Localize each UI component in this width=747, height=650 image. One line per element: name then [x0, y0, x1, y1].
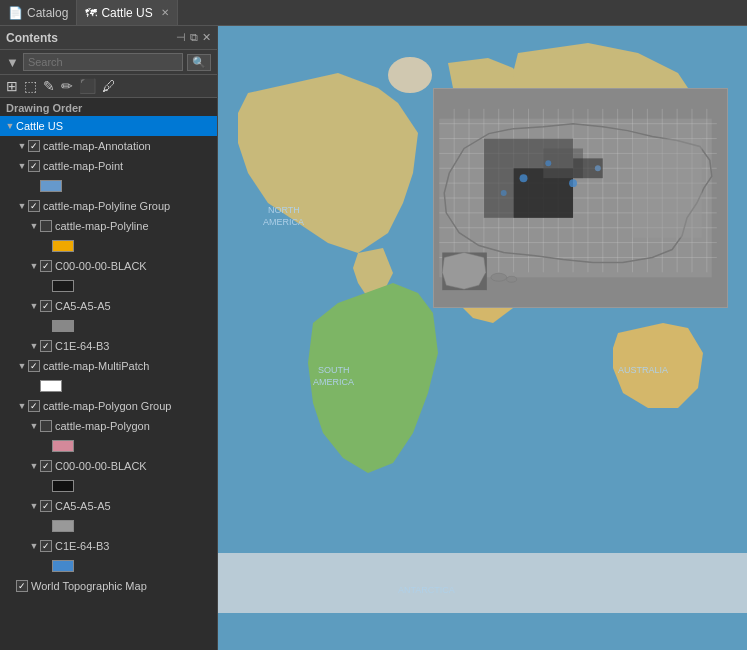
search-bar: ▼ 🔍	[0, 50, 217, 75]
checkbox-multipatch[interactable]	[28, 360, 40, 372]
panel-close-button[interactable]: ✕	[202, 31, 211, 44]
c00-swatch	[52, 280, 74, 292]
point-label: cattle-map-Point	[43, 160, 123, 172]
layer-cattle-polygon[interactable]: ▼ cattle-map-Polygon	[24, 416, 217, 436]
add-layer-icon[interactable]: ⊞	[6, 78, 18, 94]
tab-cattle-us-label: Cattle US	[101, 6, 152, 20]
polygon-group-label: cattle-map-Polygon Group	[43, 400, 171, 412]
layer-cattle-annotation[interactable]: ▼ cattle-map-Annotation	[12, 136, 217, 156]
svg-text:SOUTH: SOUTH	[318, 365, 350, 375]
expand-point[interactable]: ▼	[16, 161, 28, 171]
panel-pin-button[interactable]: ⊣	[176, 31, 186, 44]
layer-c1e-b3-2[interactable]: ▼ C1E-64-B3	[24, 536, 217, 556]
multipatch-label: cattle-map-MultiPatch	[43, 360, 149, 372]
expand-multipatch[interactable]: ▼	[16, 361, 28, 371]
svg-point-57	[545, 160, 551, 166]
svg-point-59	[569, 179, 577, 187]
svg-text:ANTARCTICA: ANTARCTICA	[398, 585, 455, 595]
rendering-icon[interactable]: 🖊	[102, 78, 116, 94]
expand-ca5-2[interactable]: ▼	[28, 501, 40, 511]
c00-2-label: C00-00-00-BLACK	[55, 460, 147, 472]
tab-catalog[interactable]: 📄 Catalog	[0, 0, 77, 25]
drawing-order-label: Drawing Order	[0, 98, 217, 116]
us-cattle-svg	[434, 89, 727, 307]
tab-close-button[interactable]: ✕	[161, 7, 169, 18]
svg-point-58	[501, 190, 507, 196]
checkbox-polygon-group[interactable]	[28, 400, 40, 412]
ca5-2-label: CA5-A5-A5	[55, 500, 111, 512]
polygon-swatch-row	[36, 436, 217, 456]
group-layer-icon[interactable]: ⬚	[24, 78, 37, 94]
expand-c00[interactable]: ▼	[28, 261, 40, 271]
svg-text:AUSTRALIA: AUSTRALIA	[618, 365, 668, 375]
panel-controls: ⊣ ⧉ ✕	[176, 31, 211, 44]
symbology-icon[interactable]: ✎	[43, 78, 55, 94]
layer-cattle-point[interactable]: ▼ cattle-map-Point	[12, 156, 217, 176]
layer-ca5-a5-2[interactable]: ▼ CA5-A5-A5	[24, 496, 217, 516]
panel-title: Contents	[6, 31, 58, 45]
svg-marker-62	[442, 253, 486, 290]
c1e-2-label: C1E-64-B3	[55, 540, 109, 552]
svg-point-64	[507, 276, 517, 282]
checkbox-annotation[interactable]	[28, 140, 40, 152]
checkbox-ca5[interactable]	[40, 300, 52, 312]
checkbox-polygon[interactable]	[40, 420, 52, 432]
edit-icon[interactable]: ✏	[61, 78, 73, 94]
expand-annotation[interactable]: ▼	[16, 141, 28, 151]
labeling-icon[interactable]: ⬛	[79, 78, 96, 94]
checkbox-c1e-2[interactable]	[40, 540, 52, 552]
svg-rect-9	[218, 553, 747, 613]
layer-ca5-a5[interactable]: ▼ CA5-A5-A5	[24, 296, 217, 316]
layer-cattle-polyline[interactable]: ▼ cattle-map-Polyline	[24, 216, 217, 236]
layer-world-topo[interactable]: World Topographic Map	[0, 576, 217, 596]
checkbox-c00[interactable]	[40, 260, 52, 272]
polygon-swatch	[52, 440, 74, 452]
c00-label: C00-00-00-BLACK	[55, 260, 147, 272]
expand-polyline-group[interactable]: ▼	[16, 201, 28, 211]
cattle-us-label: Cattle US	[16, 120, 63, 132]
expand-c1e-2[interactable]: ▼	[28, 541, 40, 551]
expand-ca5[interactable]: ▼	[28, 301, 40, 311]
checkbox-point[interactable]	[28, 160, 40, 172]
layer-cattle-multipatch[interactable]: ▼ cattle-map-MultiPatch	[12, 356, 217, 376]
checkbox-ca5-2[interactable]	[40, 500, 52, 512]
search-go-button[interactable]: 🔍	[187, 54, 211, 71]
ca5-swatch-row	[36, 316, 217, 336]
point-swatch-row	[24, 176, 217, 196]
polygon-label: cattle-map-Polygon	[55, 420, 150, 432]
tab-bar: 📄 Catalog 🗺 Cattle US ✕	[0, 0, 747, 26]
layer-c00-black[interactable]: ▼ C00-00-00-BLACK	[24, 256, 217, 276]
search-input[interactable]	[23, 53, 183, 71]
layer-toolbar: ⊞ ⬚ ✎ ✏ ⬛ 🖊	[0, 75, 217, 98]
expand-cattle-us[interactable]: ▼	[4, 121, 16, 131]
c1e-swatch-row	[36, 556, 217, 576]
layer-cattle-polyline-group[interactable]: ▼ cattle-map-Polyline Group	[12, 196, 217, 216]
svg-rect-55	[633, 139, 702, 238]
polyline-swatch-row	[36, 236, 217, 256]
svg-point-19	[388, 57, 432, 93]
panel-undock-button[interactable]: ⧉	[190, 31, 198, 44]
layer-cattle-polygon-group[interactable]: ▼ cattle-map-Polygon Group	[12, 396, 217, 416]
polyline-group-label: cattle-map-Polyline Group	[43, 200, 170, 212]
layer-c1e-b3[interactable]: ▼ C1E-64-B3	[24, 336, 217, 356]
checkbox-c1e[interactable]	[40, 340, 52, 352]
ca5-swatch	[52, 320, 74, 332]
polyline-swatch	[52, 240, 74, 252]
expand-polygon-group[interactable]: ▼	[16, 401, 28, 411]
main-layout: Contents ⊣ ⧉ ✕ ▼ 🔍 ⊞ ⬚ ✎ ✏ ⬛ 🖊 Drawing O…	[0, 26, 747, 650]
expand-c00-2[interactable]: ▼	[28, 461, 40, 471]
svg-text:AMERICA: AMERICA	[263, 217, 304, 227]
tab-cattle-us[interactable]: 🗺 Cattle US ✕	[77, 0, 177, 25]
expand-c1e[interactable]: ▼	[28, 341, 40, 351]
expand-polyline[interactable]: ▼	[28, 221, 40, 231]
layer-cattle-us-root[interactable]: ▼ Cattle US	[0, 116, 217, 136]
c1e-label: C1E-64-B3	[55, 340, 109, 352]
map-area[interactable]: NORTH AMERICA SOUTH AMERICA AFRICA EUROP…	[218, 26, 747, 650]
expand-polygon[interactable]: ▼	[28, 421, 40, 431]
checkbox-polyline-group[interactable]	[28, 200, 40, 212]
layer-c00-black-2[interactable]: ▼ C00-00-00-BLACK	[24, 456, 217, 476]
cattle-us-map-icon: 🗺	[85, 6, 97, 20]
checkbox-c00-2[interactable]	[40, 460, 52, 472]
checkbox-polyline[interactable]	[40, 220, 52, 232]
checkbox-world-topo[interactable]	[16, 580, 28, 592]
